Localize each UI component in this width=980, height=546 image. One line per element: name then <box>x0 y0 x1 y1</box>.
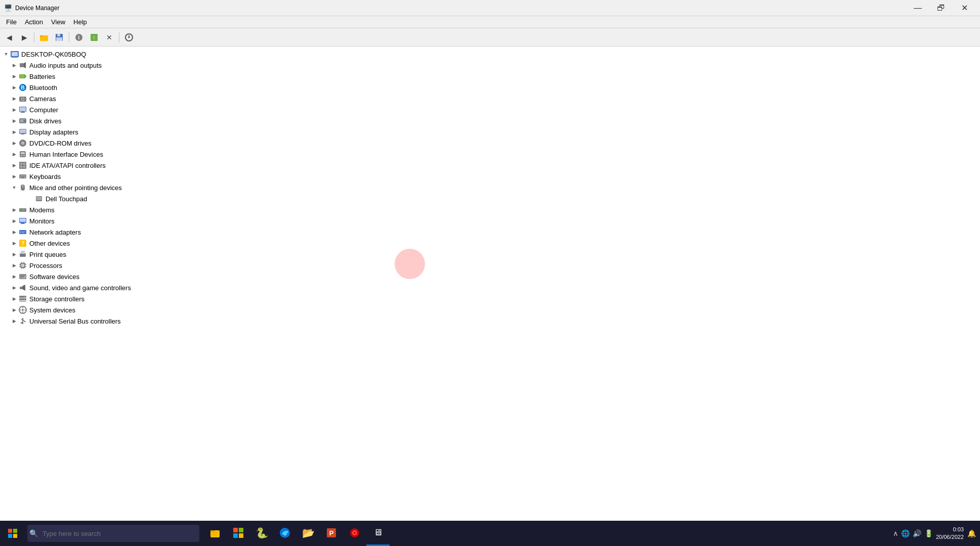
tree-item-sound[interactable]: ▶ Sound, video and game controllers <box>0 282 980 293</box>
tree-toggle-mice[interactable]: ▼ <box>10 184 18 192</box>
tree-item-software[interactable]: ▶ Software devices <box>0 271 980 282</box>
taskbar-app-powerpoint[interactable]: P <box>320 521 343 546</box>
tree-icon-mice <box>18 183 27 192</box>
menu-bar: File Action View Help <box>0 16 980 28</box>
tree-label-cameras: Cameras <box>29 95 56 103</box>
toolbar-uninstall[interactable]: ✕ <box>102 31 116 44</box>
toolbar-save[interactable] <box>52 31 66 44</box>
tray-chevron[interactable]: ∧ <box>893 529 898 537</box>
tree-toggle-computer[interactable]: ▶ <box>10 106 18 114</box>
svg-rect-27 <box>20 107 26 111</box>
minimize-button[interactable]: — <box>906 1 929 16</box>
tree-item-keyboards[interactable]: ▶ Keyboards <box>0 171 980 182</box>
tree-item-storage[interactable]: ▶ Storage controllers <box>0 293 980 304</box>
tree-item-disk[interactable]: ▶ Disk drives <box>0 115 980 126</box>
tree-toggle-processors[interactable]: ▶ <box>10 261 18 269</box>
menu-file[interactable]: File <box>2 17 21 27</box>
tray-clock[interactable]: 0:03 20/06/2022 <box>936 526 964 541</box>
start-button[interactable] <box>0 521 25 546</box>
tree-item-system[interactable]: ▶ System devices <box>0 304 980 315</box>
svg-point-25 <box>22 99 24 100</box>
taskbar-app-edge[interactable] <box>273 521 296 546</box>
restore-button[interactable]: 🗗 <box>929 1 953 16</box>
tree-item-cameras[interactable]: ▶ Cameras <box>0 93 980 104</box>
svg-point-58 <box>22 186 23 187</box>
tree-toggle-dvd[interactable]: ▶ <box>10 139 18 147</box>
tree-toggle-other[interactable]: ▶ <box>10 239 18 247</box>
svg-rect-78 <box>21 255 25 255</box>
window-icon: 🖥️ <box>4 4 12 12</box>
tray-notification-icon[interactable]: 🔔 <box>967 529 976 538</box>
tree-label-monitors: Monitors <box>29 217 55 225</box>
taskbar-search-input[interactable] <box>27 525 199 542</box>
tree-toggle-bluetooth[interactable]: ▶ <box>10 83 18 92</box>
taskbar-app-explorer[interactable] <box>203 521 227 546</box>
svg-rect-49 <box>20 175 21 176</box>
tree-toggle-batteries[interactable]: ▶ <box>10 72 18 80</box>
tree-item-monitors[interactable]: ▶ Monitors <box>0 215 980 226</box>
taskbar-app-files[interactable]: 📂 <box>296 521 320 546</box>
device-tree[interactable]: ▼ DESKTOP-QK05BOQ ▶ Audio inputs and <box>0 47 980 521</box>
tree-item-modems[interactable]: ▶ Modems <box>0 204 980 215</box>
tree-item-bluetooth[interactable]: ▶ B Bluetooth <box>0 82 980 93</box>
tree-toggle-usb[interactable]: ▶ <box>10 317 18 325</box>
tree-toggle-monitors[interactable]: ▶ <box>10 217 18 225</box>
tree-toggle-hid[interactable]: ▶ <box>10 150 18 158</box>
toolbar-folder[interactable] <box>37 31 51 44</box>
tree-toggle-display[interactable]: ▶ <box>10 128 18 136</box>
menu-help[interactable]: Help <box>69 17 91 27</box>
tray-volume-icon[interactable]: 🔊 <box>913 529 921 537</box>
tree-item-hid[interactable]: ▶ Human Interface Devices <box>0 149 980 160</box>
tree-root[interactable]: ▼ DESKTOP-QK05BOQ <box>0 49 980 60</box>
taskbar-app-devmgr[interactable]: 🖥 <box>366 521 390 546</box>
menu-action[interactable]: Action <box>21 17 47 27</box>
tree-toggle-system[interactable]: ▶ <box>10 306 18 314</box>
tree-icon-other: ? <box>18 239 27 248</box>
tree-icon-sound <box>18 283 27 292</box>
svg-rect-55 <box>21 177 24 178</box>
taskbar-app-record[interactable] <box>343 521 366 546</box>
tree-label-software: Software devices <box>29 273 79 281</box>
tree-item-mice[interactable]: ▼ Mice and other pointing devices <box>0 182 980 193</box>
svg-rect-34 <box>20 129 26 133</box>
tray-battery-icon: 🔋 <box>924 529 933 537</box>
tree-toggle-cameras[interactable]: ▶ <box>10 95 18 103</box>
tree-item-touchpad[interactable]: ▶ Dell Touchpad <box>0 193 980 204</box>
tree-toggle-ide[interactable]: ▶ <box>10 161 18 169</box>
svg-rect-3 <box>57 34 60 36</box>
tree-item-dvd[interactable]: ▶ DVD/CD-ROM drives <box>0 138 980 149</box>
svg-text:B: B <box>21 84 25 90</box>
tree-item-processors[interactable]: ▶ Processors <box>0 260 980 271</box>
tree-item-audio[interactable]: ▶ Audio inputs and outputs <box>0 60 980 71</box>
tree-item-print[interactable]: ▶ Print queues <box>0 249 980 260</box>
tree-toggle-network[interactable]: ▶ <box>10 228 18 236</box>
taskbar-app-store[interactable] <box>227 521 250 546</box>
close-button[interactable]: ✕ <box>953 1 976 16</box>
tree-toggle-modems[interactable]: ▶ <box>10 206 18 214</box>
tree-toggle-software[interactable]: ▶ <box>10 272 18 281</box>
taskbar-apps: 🐍 📂 P 🖥 <box>203 521 390 546</box>
tree-toggle-disk[interactable]: ▶ <box>10 117 18 125</box>
tree-toggle-root[interactable]: ▼ <box>2 50 10 58</box>
toolbar-update[interactable]: ↑ <box>87 31 101 44</box>
tree-toggle-audio[interactable]: ▶ <box>10 61 18 69</box>
toolbar-back[interactable]: ◀ <box>2 31 16 44</box>
tree-toggle-keyboards[interactable]: ▶ <box>10 172 18 180</box>
tree-item-usb[interactable]: ▶ Universal Serial Bus controllers <box>0 315 980 327</box>
tree-label-mice: Mice and other pointing devices <box>29 184 122 192</box>
tree-item-other[interactable]: ▶ ? Other devices <box>0 238 980 249</box>
toolbar-properties[interactable]: i <box>72 31 86 44</box>
tree-item-ide[interactable]: ▶ IDE ATA/ATAPI controllers <box>0 160 980 171</box>
tree-item-computer[interactable]: ▶ Computer <box>0 104 980 115</box>
menu-view[interactable]: View <box>47 17 69 27</box>
toolbar-forward[interactable]: ▶ <box>17 31 31 44</box>
tree-toggle-storage[interactable]: ▶ <box>10 295 18 303</box>
tree-item-network[interactable]: ▶ Network adapters <box>0 226 980 238</box>
tree-toggle-print[interactable]: ▶ <box>10 250 18 258</box>
toolbar-scan[interactable] <box>122 31 136 44</box>
svg-rect-121 <box>211 535 218 536</box>
tree-item-batteries[interactable]: ▶ Batteries <box>0 71 980 82</box>
tree-item-display[interactable]: ▶ Display adapters <box>0 126 980 138</box>
tree-toggle-sound[interactable]: ▶ <box>10 284 18 292</box>
taskbar-app-snake[interactable]: 🐍 <box>250 521 273 546</box>
